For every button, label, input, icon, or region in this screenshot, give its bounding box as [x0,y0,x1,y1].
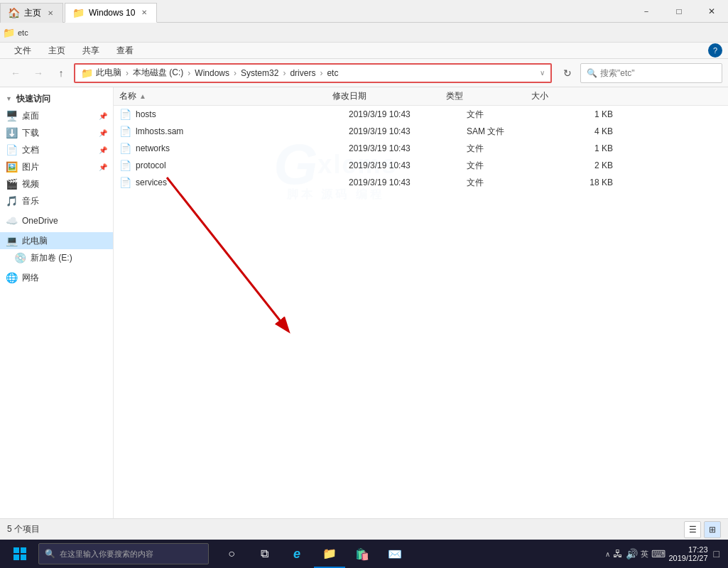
refresh-button[interactable]: ↻ [558,63,577,83]
forward-button[interactable]: → [28,63,48,83]
taskbar-app-taskview[interactable]: ⧉ [249,540,280,568]
taskbar-notification-button[interactable]: □ [714,548,719,559]
ribbon-path-label: etc [18,28,28,37]
maximize-button[interactable]: □ [663,0,695,23]
up-button[interactable]: ↑ [51,63,71,83]
ribbon-tab-view[interactable]: 查看 [108,43,142,58]
search-input[interactable] [600,68,716,78]
tab-win10-icon: 📁 [72,7,85,18]
taskbar-app-cortana[interactable]: ○ [216,540,247,568]
address-folder-icon: 📁 [81,67,93,79]
taskbar-volume-icon[interactable]: 🔊 [626,548,638,559]
title-tabs: 🏠 主页 ✕ 📁 Windows 10 ✕ [0,0,158,23]
download-label: 下载 [22,127,94,139]
svg-rect-3 [21,547,26,553]
table-row[interactable]: 📄 networks 2019/3/19 10:43 文件 1 KB [114,140,728,157]
title-bar: 🏠 主页 ✕ 📁 Windows 10 ✕ － □ ✕ [0,0,728,23]
pictures-icon: 🖼️ [6,161,18,173]
ribbon-tab-home[interactable]: 主页 [40,43,74,58]
help-button[interactable]: ? [708,43,722,58]
tab-home[interactable]: 🏠 主页 ✕ [0,3,63,23]
sidebar-item-network[interactable]: 🌐 网络 [0,269,113,286]
taskbar-date: 2019/12/27 [668,554,707,562]
ribbon-tab-share[interactable]: 共享 [74,43,108,58]
sidebar-item-documents[interactable]: 📄 文档 📌 [0,141,113,158]
search-icon: 🔍 [587,68,597,78]
sidebar-item-thispc[interactable]: 💻 此电脑 [0,232,113,249]
taskbar-apps: ○ ⧉ e 📁 🛍️ ✉️ [216,540,411,568]
ribbon-right: ? [708,43,722,58]
address-crumb-c: 本地磁盘 (C:) [133,67,183,79]
download-pin: 📌 [99,129,107,137]
table-row[interactable]: 📄 hosts 2019/3/19 10:43 文件 1 KB [114,106,728,123]
address-bar[interactable]: 📁 此电脑 › 本地磁盘 (C:) › Windows › System32 ›… [74,63,552,83]
file-size-hosts: 1 KB [556,109,613,119]
address-chevron: ∨ [540,69,545,77]
tab-home-label: 主页 [24,7,41,19]
svg-rect-4 [13,555,19,560]
onedrive-icon: ☁️ [6,215,18,226]
taskbar-clock[interactable]: 17:23 2019/12/27 [668,545,707,562]
sidebar-item-download[interactable]: ⬇️ 下载 📌 [0,124,113,141]
file-size-protocol: 2 KB [556,160,613,170]
table-row[interactable]: 📄 lmhosts.sam 2019/3/19 10:43 SAM 文件 4 K… [114,123,728,140]
desktop-icon: 🖥️ [6,110,18,121]
taskbar-search-bar[interactable]: 🔍 在这里输入你要搜索的内容 [38,543,209,564]
quick-access-header[interactable]: ▼ 快速访问 [0,90,113,107]
file-name-hosts: hosts [136,109,344,119]
file-name-services: services [136,178,344,187]
file-name-lmhosts: lmhosts.sam [136,126,344,136]
col-type-label: 类型 [446,90,463,102]
taskbar-app-edge[interactable]: e [281,540,313,568]
sidebar-item-videos[interactable]: 🎬 视频 [0,175,113,192]
sidebar-item-desktop[interactable]: 🖥️ 桌面 📌 [0,107,113,124]
column-headers: 名称 ▲ 修改日期 类型 大小 [114,87,728,106]
back-button[interactable]: ← [6,63,26,83]
sort-arrow-name: ▲ [139,92,146,100]
minimize-button[interactable]: － [630,0,663,23]
taskbar-systray-arrow[interactable]: ∧ [605,550,610,558]
desktop-pin: 📌 [99,112,107,120]
close-button[interactable]: ✕ [695,0,728,23]
taskbar-app-mail[interactable]: ✉️ [379,540,411,568]
details-view-button[interactable]: ⊞ [704,521,721,538]
sidebar-item-music[interactable]: 🎵 音乐 [0,192,113,209]
file-size-services: 18 KB [556,178,613,187]
sidebar-item-onedrive[interactable]: ☁️ OneDrive [0,212,113,229]
search-bar[interactable]: 🔍 [580,63,722,83]
col-header-date[interactable]: 修改日期 [332,90,446,102]
taskbar-app-explorer[interactable]: 📁 [314,540,345,568]
sidebar-item-newvol[interactable]: 💿 新加卷 (E:) [0,249,113,266]
table-row[interactable]: 📄 protocol 2019/3/19 10:43 文件 2 KB [114,157,728,174]
taskbar-right: ∧ 🖧 🔊 英 ⌨ 17:23 2019/12/27 □ [599,545,725,562]
tab-home-close[interactable]: ✕ [45,8,55,18]
taskbar-ime-label[interactable]: 英 [641,549,648,559]
start-button[interactable] [3,540,37,568]
main-layout: ▼ 快速访问 🖥️ 桌面 📌 ⬇️ 下载 📌 📄 文档 📌 🖼️ 图片 📌 🎬 … [0,87,728,519]
ribbon-tab-file[interactable]: 文件 [6,43,40,58]
quick-access-label: 快速访问 [16,93,50,105]
file-type-networks: 文件 [467,143,552,155]
col-header-type[interactable]: 类型 [446,90,531,102]
taskbar-search-placeholder: 在这里输入你要搜索的内容 [60,549,153,559]
address-sep-1: › [126,68,129,78]
col-size-label: 大小 [531,90,548,102]
file-date-networks: 2019/3/19 10:43 [349,143,462,153]
thispc-icon: 💻 [6,235,18,246]
col-header-name[interactable]: 名称 ▲ [119,90,332,102]
address-crumb-windows: Windows [195,68,229,78]
taskbar-app-store[interactable]: 🛍️ [347,540,378,568]
list-view-button[interactable]: ☰ [684,521,701,538]
tab-win10[interactable]: 📁 Windows 10 ✕ [65,3,157,23]
taskbar-search-icon: 🔍 [45,549,55,559]
file-icon-hosts: 📄 [119,109,131,120]
documents-icon: 📄 [6,144,18,155]
file-icon-lmhosts: 📄 [119,126,131,137]
col-header-size[interactable]: 大小 [531,90,588,102]
table-row[interactable]: 📄 services 2019/3/19 10:43 文件 18 KB [114,174,728,191]
sidebar-item-pictures[interactable]: 🖼️ 图片 📌 [0,158,113,175]
folder-small-icon: 📁 [3,27,15,38]
file-type-protocol: 文件 [467,160,552,172]
taskbar-keyboard-icon[interactable]: ⌨ [651,548,665,559]
tab-win10-close[interactable]: ✕ [139,8,149,18]
